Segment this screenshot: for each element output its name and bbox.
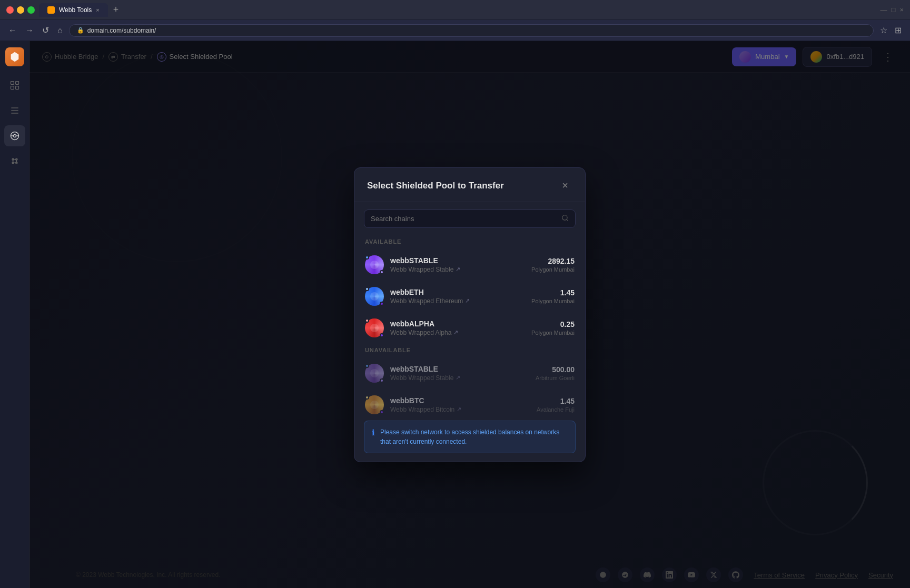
pool-name-webb-stable: webbSTABLE (390, 256, 525, 265)
window-controls (6, 6, 35, 14)
svg-rect-3 (15, 86, 18, 89)
lock-icon: 🔒 (77, 27, 84, 34)
svg-point-8 (13, 135, 16, 137)
pool-icon-dot-br-eth (380, 302, 384, 306)
pool-sub-webb-alpha: Webb Wrapped Alpha ↗ (390, 329, 525, 336)
sidebar (0, 41, 29, 588)
refresh-btn[interactable]: ↺ (40, 23, 51, 37)
search-input[interactable] (371, 215, 557, 223)
pool-sub-webb-eth: Webb Wrapped Ethereum ↗ (390, 297, 525, 305)
pool-name-webb-eth: webbETH (390, 288, 525, 296)
pool-balance-webb-btc: 1.45 Avalanche Fuji (537, 397, 575, 413)
pool-balance-webb-stable-unav: 500.00 Arbitrum Goerli (536, 365, 575, 381)
svg-rect-0 (11, 82, 14, 85)
pool-info-webb-eth: webbETH Webb Wrapped Ethereum ↗ (390, 288, 525, 305)
modal-header: Select Shielded Pool to Transfer × (354, 168, 585, 202)
pool-info-webb-btc: webbBTC Webb Wrapped Bitcoin ↗ (390, 396, 530, 413)
pool-balance-webb-alpha: 0.25 Polygon Mumbai (531, 320, 575, 336)
pool-network-webb-stable-unav: Arbitrum Goerli (536, 375, 575, 381)
pool-network-webb-eth: Polygon Mumbai (531, 298, 575, 304)
sidebar-item-dashboard[interactable] (4, 75, 25, 96)
bookmark-btn[interactable]: ☆ (878, 23, 889, 37)
svg-rect-2 (11, 86, 14, 89)
external-link-icon-1[interactable]: ↗ (456, 266, 460, 273)
nav-bar: ← → ↺ ⌂ 🔒 domain.com/subdomain/ ☆ ⊞ (0, 20, 910, 41)
app-layout: ⊖ Hubble Bridge / ⇄ Transfer / ◎ Select … (0, 41, 910, 588)
pool-item-webb-stable-unavailable[interactable]: webbSTABLE Webb Wrapped Stable ↗ 500.00 … (354, 357, 585, 389)
pool-sub-webb-stable-unav: Webb Wrapped Stable ↗ (390, 374, 529, 382)
pool-amount-webb-stable-unav: 500.00 (536, 365, 575, 374)
minimize-window-btn[interactable] (17, 6, 24, 14)
tab-close-icon[interactable]: × (96, 7, 99, 13)
tab-favicon (47, 6, 55, 14)
back-btn[interactable]: ← (6, 24, 19, 37)
pool-icon-webb-stable (365, 255, 384, 274)
pool-icon-webb-alpha (365, 318, 384, 337)
pool-network-webb-btc: Avalanche Fuji (537, 406, 575, 413)
window-close-icon[interactable]: × (899, 6, 904, 14)
search-input-wrap (364, 210, 576, 228)
pool-icon-dot-tl (365, 255, 369, 260)
tab-title: Webb Tools (59, 6, 92, 14)
pool-icon-center-unav-1 (370, 369, 379, 377)
external-link-icon-4[interactable]: ↗ (456, 374, 460, 381)
sidebar-item-bridge[interactable] (4, 125, 25, 146)
sidebar-logo (5, 47, 24, 66)
pool-amount-webb-btc: 1.45 (537, 397, 575, 405)
select-pool-modal: Select Shielded Pool to Transfer × (354, 167, 586, 462)
available-section-label: AVAILABLE (354, 235, 585, 249)
svg-line-20 (567, 219, 568, 221)
info-text: Please switch network to access shielded… (380, 427, 568, 446)
external-link-icon-3[interactable]: ↗ (453, 329, 458, 336)
pool-icon-center-alpha (370, 324, 379, 332)
pool-balance-webb-stable: 2892.15 Polygon Mumbai (531, 257, 575, 273)
pool-network-webb-stable: Polygon Mumbai (531, 266, 575, 273)
modal-overlay[interactable]: Select Shielded Pool to Transfer × (29, 41, 910, 588)
home-btn[interactable]: ⌂ (55, 24, 65, 37)
pool-icon-dot-tl-btc (365, 395, 369, 400)
info-box: ℹ Please switch network to access shield… (364, 421, 576, 453)
address-bar[interactable]: 🔒 domain.com/subdomain/ (69, 24, 874, 37)
maximize-window-btn[interactable] (27, 6, 35, 14)
pool-icon-dot-tl-eth (365, 287, 369, 291)
pool-amount-webb-stable: 2892.15 (531, 257, 575, 265)
search-icon (561, 214, 569, 223)
sidebar-item-tools[interactable] (4, 151, 25, 172)
nav-actions: ☆ ⊞ (878, 23, 904, 37)
pool-network-webb-alpha: Polygon Mumbai (531, 330, 575, 336)
sidebar-item-list[interactable] (4, 100, 25, 121)
pool-info-webb-stable: webbSTABLE Webb Wrapped Stable ↗ (390, 256, 525, 273)
pool-icon-webb-btc (365, 395, 384, 414)
external-link-icon-5[interactable]: ↗ (457, 406, 461, 413)
pool-amount-webb-eth: 1.45 (531, 288, 575, 297)
pool-info-webb-alpha: webbALPHA Webb Wrapped Alpha ↗ (390, 320, 525, 336)
window-restore-icon[interactable]: □ (892, 6, 896, 14)
pool-item-webb-stable-available[interactable]: webbSTABLE Webb Wrapped Stable ↗ 2892.15… (354, 249, 585, 281)
pool-icon-dot-br-btc (380, 410, 384, 414)
pool-item-webb-eth-available[interactable]: webbETH Webb Wrapped Ethereum ↗ 1.45 Pol… (354, 281, 585, 312)
pool-name-webb-alpha: webbALPHA (390, 320, 525, 328)
browser-chrome: Webb Tools × + — □ × (0, 0, 910, 20)
browser-tab-active[interactable]: Webb Tools × (39, 3, 108, 17)
window-minimize-icon[interactable]: — (881, 6, 887, 14)
url-text: domain.com/subdomain/ (87, 27, 156, 34)
close-window-btn[interactable] (6, 6, 14, 14)
pool-sub-webb-btc: Webb Wrapped Bitcoin ↗ (390, 406, 530, 413)
pool-info-webb-stable-unav: webbSTABLE Webb Wrapped Stable ↗ (390, 365, 529, 382)
pool-item-webb-alpha-available[interactable]: webbALPHA Webb Wrapped Alpha ↗ 0.25 Poly… (354, 312, 585, 344)
extensions-btn[interactable]: ⊞ (893, 23, 904, 37)
unavailable-section-label: UNAVAILABLE (354, 344, 585, 357)
tab-bar: Webb Tools × + (39, 3, 876, 17)
info-icon: ℹ (372, 428, 375, 437)
pool-icon-dot-tl-unav-1 (365, 364, 369, 368)
pool-icon-dot-br-alpha (380, 333, 384, 337)
main-content: ⊖ Hubble Bridge / ⇄ Transfer / ◎ Select … (29, 41, 910, 588)
search-container (354, 202, 585, 235)
pool-item-webb-btc-unavailable[interactable]: webbBTC Webb Wrapped Bitcoin ↗ 1.45 Aval… (354, 389, 585, 415)
modal-close-btn[interactable]: × (558, 178, 572, 193)
new-tab-btn[interactable]: + (110, 4, 122, 15)
forward-btn[interactable]: → (23, 24, 36, 37)
pool-list: webbSTABLE Webb Wrapped Stable ↗ 2892.15… (354, 249, 585, 415)
svg-point-19 (562, 215, 567, 220)
external-link-icon-2[interactable]: ↗ (465, 297, 470, 304)
